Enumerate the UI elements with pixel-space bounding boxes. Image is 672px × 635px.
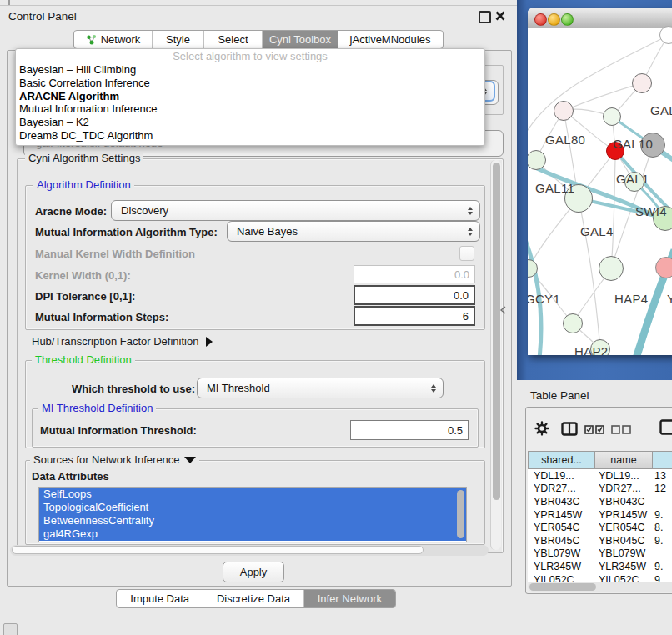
table-row[interactable]: YER054CYER054C8.	[528, 521, 672, 534]
table-row[interactable]: YIL052CYIL052C9.	[528, 573, 672, 582]
mi-steps-field[interactable]: 6	[354, 306, 475, 326]
aracne-mode-combobox[interactable]: Discovery	[111, 200, 480, 221]
algorithm-item-aracne[interactable]: ARACNE Algorithm	[16, 90, 484, 103]
network-node-hap4[interactable]	[599, 256, 624, 281]
table-cell[interactable]: YER054C	[594, 522, 651, 533]
network-canvas[interactable]: GAL80 GAL10 GAL11 GAL1 SWI4 GAL4 GCY1 HA…	[528, 28, 672, 355]
list-item[interactable]: TopologicalCoefficient	[39, 501, 466, 514]
bottom-left-mini-icon[interactable]	[3, 623, 18, 635]
table-cell[interactable]: YBR045C	[528, 535, 594, 547]
table-cell[interactable]: YIL052C	[594, 574, 651, 582]
table-cell[interactable]: YBR043C	[594, 496, 651, 508]
tab-discretize-data[interactable]: Discretize Data	[203, 590, 303, 608]
table-cell[interactable]: YLR345W	[594, 561, 651, 572]
table-hscrollbar[interactable]	[528, 582, 672, 592]
network-node-gal10[interactable]	[603, 108, 621, 126]
network-window-titlebar[interactable]	[528, 8, 672, 29]
hub-section-toggle[interactable]: Hub/Transcription Factor Definition	[32, 335, 213, 348]
network-node-gal80[interactable]	[554, 101, 574, 121]
table-cell[interactable]: 9.	[651, 509, 672, 521]
network-node-gal-pink[interactable]	[632, 73, 652, 93]
tab-style[interactable]: Style	[153, 31, 204, 48]
minimize-window-icon[interactable]	[548, 13, 560, 26]
node-label-gal4: GAL4	[580, 224, 614, 238]
float-panel-icon[interactable]	[479, 11, 491, 23]
apply-button[interactable]: Apply	[223, 562, 284, 582]
dpi-tolerance-field[interactable]: 0.0	[354, 285, 475, 305]
table-row[interactable]: YDR27...YDR27...12	[528, 482, 672, 496]
zoom-window-icon[interactable]	[561, 13, 574, 26]
table-cell[interactable]: 8.	[651, 522, 672, 533]
algorithm-item-dream8[interactable]: Dream8 DC_TDC Algorithm	[16, 129, 484, 142]
table-cell[interactable]: YBR045C	[594, 535, 651, 547]
table-cell[interactable]: YDL19...	[594, 470, 651, 482]
tab-infer-network[interactable]: Infer Network	[304, 590, 395, 608]
mi-threshold-label: Mutual Information Threshold:	[40, 424, 197, 437]
table-cell[interactable]: YLR345W	[528, 561, 594, 572]
tab-cyni-toolbox[interactable]: Cyni Toolbox	[263, 31, 338, 48]
tab-jactivemnodules[interactable]: jActiveMNodules	[338, 31, 443, 48]
tab-network[interactable]: Network	[74, 31, 153, 48]
algorithm-item-mutual-information[interactable]: Mutual Information Inference	[16, 102, 484, 116]
new-table-icon[interactable]	[659, 419, 672, 435]
table-row[interactable]: YBR045CYBR045C9.	[528, 534, 672, 548]
control-panel-top-border	[0, 5, 517, 6]
table-row[interactable]: YLR345WYLR345W9.	[528, 560, 672, 573]
sources-group-title[interactable]: Sources for Network Inference	[30, 454, 199, 466]
table-cell[interactable]: YER054C	[528, 522, 594, 533]
table-cell[interactable]: YIL052C	[528, 574, 594, 582]
table-cell[interactable]: 9.	[651, 574, 672, 582]
aracne-mode-label: Aracne Mode:	[35, 205, 107, 218]
close-window-icon[interactable]	[534, 13, 547, 26]
table-cell[interactable]: YPR145W	[528, 509, 594, 521]
manual-kernel-width-checkbox[interactable]	[459, 246, 474, 261]
table-row[interactable]: YDL19...YDL19...13	[528, 469, 672, 482]
combo-arrows-icon	[468, 228, 473, 236]
mi-threshold-field[interactable]: 0.5	[350, 420, 469, 440]
settings-scrollbar-thumb[interactable]	[493, 162, 500, 500]
settings-hscrollbar-thumb[interactable]	[12, 546, 424, 554]
list-item[interactable]: SelfLoops	[39, 488, 466, 501]
deselect-all-checkboxes-icon[interactable]	[611, 425, 632, 434]
mi-algorithm-type-combobox[interactable]: Naive Bayes	[227, 221, 480, 242]
table-cell[interactable]: YBL079W	[594, 548, 651, 559]
column-header-partial[interactable]	[652, 451, 672, 469]
table-cell[interactable]: YDR27...	[528, 482, 594, 494]
algorithm-item-bayesian-hill[interactable]: Bayesian – Hill Climbing	[16, 63, 484, 77]
table-cell[interactable]: 9.	[651, 561, 672, 572]
column-layout-icon[interactable]	[561, 422, 579, 436]
table-cell[interactable]: 12	[651, 482, 672, 494]
network-node[interactable]	[659, 26, 672, 44]
settings-hscrollbar[interactable]	[10, 545, 489, 556]
table-cell[interactable]: YBR043C	[528, 496, 594, 508]
tab-label: jActiveMNodules	[350, 33, 431, 46]
attributes-list-scrollbar-thumb[interactable]	[457, 490, 464, 538]
tab-impute-data[interactable]: Impute Data	[117, 590, 203, 608]
column-header-name[interactable]: name	[594, 451, 653, 469]
network-node-hap2[interactable]	[563, 313, 583, 333]
which-threshold-combobox[interactable]: MI Threshold	[197, 378, 444, 398]
settings-gear-icon[interactable]	[534, 421, 549, 436]
table-cell[interactable]: YDL19...	[528, 470, 594, 482]
table-cell[interactable]: 9.	[651, 535, 672, 547]
table-cell[interactable]: YDR27...	[594, 482, 651, 494]
algorithm-item-basic-correlation[interactable]: Basic Correlation Inference	[16, 77, 484, 90]
select-all-checkboxes-icon[interactable]	[584, 425, 605, 434]
column-header-shared-name[interactable]: shared...	[528, 451, 595, 469]
list-item[interactable]: BetweennessCentrality	[39, 514, 466, 528]
network-node-pink-right[interactable]	[655, 257, 672, 278]
table-row[interactable]: YBR043CYBR043C	[528, 495, 672, 508]
control-panel-title: Control Panel	[8, 10, 77, 22]
tab-select[interactable]: Select	[204, 31, 263, 48]
table-cell[interactable]: YPR145W	[594, 509, 651, 521]
list-item[interactable]: gal4RGexp	[39, 528, 466, 541]
settings-scrollbar[interactable]	[490, 160, 501, 550]
algorithm-item-bayesian-k2[interactable]: Bayesian – K2	[16, 116, 484, 129]
splitter-collapse-icon[interactable]	[499, 306, 506, 314]
table-cell[interactable]: 13	[651, 470, 672, 482]
close-panel-icon[interactable]	[495, 11, 505, 21]
table-row[interactable]: YPR145WYPR145W9.	[528, 508, 672, 522]
table-cell[interactable]: YBL079W	[528, 548, 594, 559]
table-row[interactable]: YBL079WYBL079W	[528, 548, 672, 561]
table-hscrollbar-thumb[interactable]	[529, 583, 596, 591]
